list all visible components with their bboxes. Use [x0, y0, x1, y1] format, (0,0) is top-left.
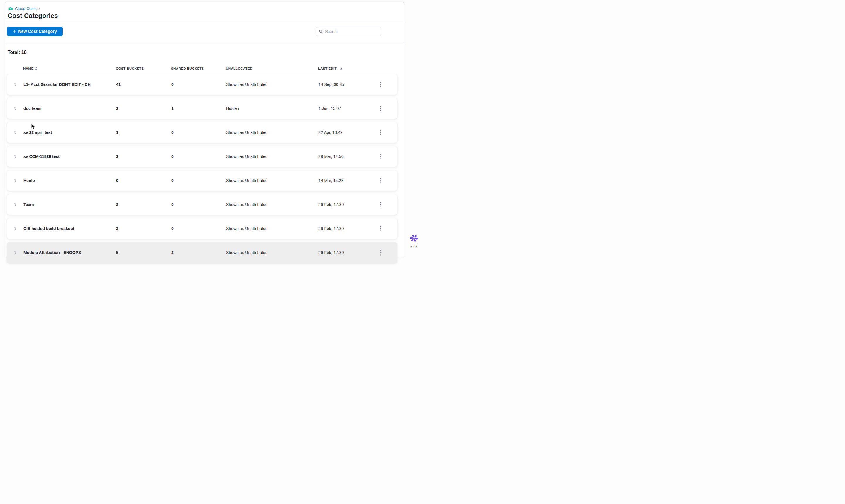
chevron-right-icon — [13, 130, 18, 135]
row-last-edit: 26 Feb, 17:30 — [318, 226, 372, 231]
breadcrumb-cloud-costs-link[interactable]: $ Cloud Costs — [8, 6, 37, 11]
page-title: Cost Categories — [7, 12, 58, 20]
search-icon — [319, 29, 323, 34]
expand-row-button[interactable] — [7, 82, 23, 87]
row-menu-kebab-button[interactable] — [377, 176, 385, 185]
row-name: sv CCM-11829 test — [23, 154, 116, 159]
row-name: CIE hosted build breakout — [23, 226, 116, 231]
chevron-right-icon — [13, 227, 18, 231]
row-shared-buckets: 0 — [171, 226, 226, 231]
row-unallocated: Shown as Unattributed — [226, 202, 318, 207]
table-header: NAME COST BUCKETS SHARED BUCKETS UNALLOC… — [7, 66, 397, 71]
expand-row-button[interactable] — [7, 227, 23, 231]
cost-category-row[interactable]: sv 22 april test 1 0 Shown as Unattribut… — [7, 122, 397, 143]
row-cost-buckets: 5 — [116, 250, 171, 252]
cost-category-row[interactable]: CIE hosted build breakout 2 0 Shown as U… — [7, 218, 397, 239]
row-last-edit: 14 Sep, 00:35 — [318, 82, 372, 87]
row-menu-kebab-button[interactable] — [377, 223, 385, 234]
cost-category-row[interactable]: Henlo 0 0 Shown as Unattributed 14 Mar, … — [7, 170, 397, 191]
chevron-right-icon — [13, 202, 18, 207]
row-shared-buckets: 0 — [171, 130, 226, 135]
new-cost-category-button[interactable]: + New Cost Category — [7, 27, 63, 36]
chevron-right-icon — [13, 155, 18, 159]
expand-row-button[interactable] — [7, 251, 23, 252]
cost-category-row[interactable]: Team 2 0 Shown as Unattributed 26 Feb, 1… — [7, 194, 397, 215]
chevron-right-icon — [13, 251, 18, 252]
row-shared-buckets: 0 — [171, 154, 226, 159]
row-name: L1- Acct Granular DONT EDIT - CH — [23, 82, 116, 87]
svg-text:$: $ — [10, 7, 11, 10]
search-box — [316, 27, 382, 36]
row-cost-buckets: 1 — [116, 130, 171, 135]
breadcrumb-label: Cloud Costs — [15, 6, 37, 11]
row-shared-buckets: 0 — [171, 202, 226, 207]
row-menu-kebab-button[interactable] — [377, 127, 385, 138]
row-menu-kebab-button[interactable] — [377, 104, 385, 113]
aida-label: AIDA — [408, 245, 420, 248]
row-cost-buckets: 2 — [116, 106, 171, 111]
row-unallocated: Shown as Unattributed — [226, 82, 318, 87]
sort-asc-icon[interactable] — [340, 67, 343, 70]
row-unallocated: Shown as Unattributed — [226, 130, 318, 135]
row-cost-buckets: 2 — [116, 226, 171, 231]
chevron-right-icon — [13, 82, 18, 87]
row-unallocated: Shown as Unattributed — [226, 226, 318, 231]
row-name: Henlo — [23, 178, 116, 183]
search-input[interactable] — [325, 29, 379, 34]
row-shared-buckets: 0 — [171, 82, 226, 87]
row-cost-buckets: 41 — [116, 82, 171, 87]
row-menu-kebab-button[interactable] — [377, 151, 385, 161]
column-header-last-edit[interactable]: LAST EDIT — [318, 67, 371, 70]
row-cost-buckets: 2 — [116, 154, 171, 159]
toolbar-divider — [5, 43, 404, 43]
row-menu-kebab-button[interactable] — [377, 248, 385, 252]
column-header-unallocated: UNALLOCATED — [226, 67, 318, 70]
row-unallocated: Hidden — [226, 106, 318, 111]
row-name: doc team — [23, 106, 116, 111]
row-last-edit: 14 Mar, 15:28 — [318, 178, 372, 183]
row-cost-buckets: 0 — [116, 178, 171, 183]
plus-icon: + — [13, 29, 16, 34]
row-shared-buckets: 2 — [171, 250, 226, 252]
column-header-cost-buckets: COST BUCKETS — [116, 67, 171, 70]
main-panel: $ Cloud Costs › Cost Categories + New Co… — [5, 2, 404, 252]
row-unallocated: Shown as Unattributed — [226, 154, 318, 159]
cost-category-row[interactable]: Module Attribution - ENGOPS 5 2 Shown as… — [7, 242, 397, 252]
row-cost-buckets: 2 — [116, 202, 171, 207]
new-cost-category-label: New Cost Category — [18, 29, 57, 34]
row-last-edit: 29 Mar, 12:56 — [318, 154, 372, 159]
row-last-edit: 22 Apr, 10:49 — [318, 130, 372, 135]
row-menu-kebab-button[interactable] — [377, 200, 385, 210]
chevron-right-icon — [13, 178, 18, 183]
row-last-edit: 26 Feb, 17:30 — [318, 250, 372, 252]
row-unallocated: Shown as Unattributed — [226, 178, 318, 183]
aida-icon — [410, 234, 418, 242]
total-count: Total: 18 — [7, 50, 27, 55]
expand-row-button[interactable] — [7, 106, 23, 111]
row-menu-kebab-button[interactable] — [377, 79, 385, 89]
expand-row-button[interactable] — [7, 178, 23, 183]
breadcrumb: $ Cloud Costs › — [8, 6, 40, 11]
row-last-edit: 1 Jun, 15:07 — [318, 106, 372, 111]
cost-category-row[interactable]: L1- Acct Granular DONT EDIT - CH 41 0 Sh… — [7, 74, 397, 95]
cost-category-list: L1- Acct Granular DONT EDIT - CH 41 0 Sh… — [7, 74, 397, 252]
chevron-right-icon — [13, 106, 18, 111]
row-name: Team — [23, 202, 116, 207]
header-divider — [5, 23, 404, 23]
cloud-costs-icon: $ — [8, 6, 13, 11]
row-shared-buckets: 1 — [171, 106, 226, 111]
cost-category-row[interactable]: sv CCM-11829 test 2 0 Shown as Unattribu… — [7, 146, 397, 167]
cost-category-row[interactable]: doc team 2 1 Hidden 1 Jun, 15:07 — [7, 98, 397, 119]
aida-assistant-button[interactable]: AIDA — [408, 234, 420, 248]
expand-row-button[interactable] — [7, 130, 23, 135]
row-unallocated: Shown as Unattributed — [226, 250, 318, 252]
row-last-edit: 26 Feb, 17:30 — [318, 202, 372, 207]
row-name: sv 22 april test — [23, 130, 116, 135]
sort-both-icon[interactable] — [35, 67, 37, 71]
column-header-name[interactable]: NAME — [23, 67, 116, 71]
column-header-shared-buckets: SHARED BUCKETS — [171, 67, 226, 70]
breadcrumb-separator-icon: › — [39, 6, 40, 11]
expand-row-button[interactable] — [7, 202, 23, 207]
expand-row-button[interactable] — [7, 155, 23, 159]
row-shared-buckets: 0 — [171, 178, 226, 183]
